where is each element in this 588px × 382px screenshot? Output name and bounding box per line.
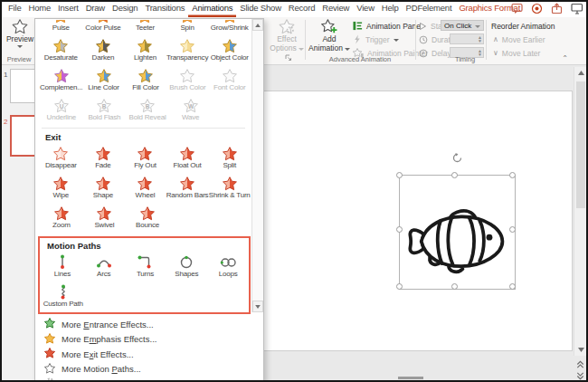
menu-item-more-exit-effects[interactable]: More Exit Effects... (35, 347, 263, 362)
slide-number: 2 (4, 118, 7, 126)
effect-label: Wave (182, 113, 199, 121)
gallery-row: LinesArcsTurnsShapesLoops (42, 252, 249, 282)
effect-complemen-[interactable]: Complemen... (40, 65, 82, 95)
chevron-down-icon (394, 39, 399, 42)
menu-item-more-entrance-effects[interactable]: More Entrance Effects... (35, 317, 263, 332)
effect-swivel[interactable]: Swivel (83, 203, 127, 233)
effect-brush-color: Brush Color (166, 65, 208, 95)
effect-shapes[interactable]: Shapes (166, 252, 207, 282)
horizontal-scrollbar-thumb[interactable] (398, 377, 423, 379)
animation-pane-button[interactable]: Animation Pane (353, 20, 421, 32)
effect-options-button[interactable]: Effect Options (268, 19, 306, 53)
tab-record[interactable]: Record (285, 0, 318, 17)
record-icon[interactable] (531, 2, 543, 18)
dialog-launcher-icon[interactable] (285, 54, 292, 62)
group-separator (305, 20, 306, 60)
effect-lines[interactable]: Lines (42, 252, 83, 282)
effect-label: Arcs (97, 270, 110, 278)
tab-review[interactable]: Review (318, 0, 353, 17)
effect-fill-color[interactable]: Fill Color (125, 65, 166, 95)
effect-arcs[interactable]: Arcs (83, 252, 125, 282)
gallery-row: ZoomSwivelBounce (40, 203, 251, 233)
vertical-scrollbar[interactable] (574, 67, 586, 356)
effect-zoom[interactable]: Zoom (40, 203, 83, 233)
menu-item-more-motion-paths[interactable]: More Motion Paths... (35, 362, 263, 377)
tab-help[interactable]: Help (378, 0, 403, 17)
star-icon (180, 145, 194, 161)
effect-transparency[interactable]: Transparency (166, 35, 209, 65)
effect-float-out[interactable]: Float Out (166, 143, 209, 173)
effect-grow-shrink[interactable]: Grow/Shrink (208, 20, 251, 23)
resize-handle[interactable] (509, 283, 516, 290)
tab-home[interactable]: Home (25, 0, 55, 17)
effect-color-pulse[interactable]: Color Pulse (82, 20, 125, 23)
tab-view[interactable]: View (353, 0, 378, 17)
effect-shrink-turn[interactable]: Shrink & Turn (208, 173, 251, 203)
tab-draw[interactable]: Draw (82, 0, 109, 17)
preview-button[interactable]: Preview (5, 19, 34, 48)
slide-thumbnail-2[interactable] (10, 115, 36, 157)
effect-custom-path[interactable]: Custom Path (42, 282, 85, 311)
clownfish-image[interactable] (406, 203, 509, 279)
resize-handle[interactable] (396, 226, 403, 233)
effect-fade[interactable]: Fade (82, 143, 125, 173)
effect-teeter[interactable]: Teeter (124, 20, 166, 23)
gallery-scrollbar[interactable] (251, 19, 263, 312)
start-select[interactable]: On Click (441, 20, 484, 31)
tab-slide-show[interactable]: Slide Show (236, 0, 285, 17)
effect-lighten[interactable]: Lighten (124, 35, 166, 65)
next-slide-button[interactable] (574, 370, 586, 381)
move-later-button[interactable]: ∨ Move Later (493, 47, 540, 59)
effect-shape[interactable]: Shape (82, 173, 125, 203)
effect-wipe[interactable]: Wipe (40, 173, 82, 203)
resize-handle[interactable] (396, 172, 403, 178)
scroll-up-icon[interactable] (574, 67, 587, 79)
effect-spin[interactable]: Spin (166, 20, 209, 23)
effect-bold-reveal: BBold Reveal (126, 95, 169, 125)
resize-handle[interactable] (509, 172, 516, 178)
star-yellow-icon (44, 333, 55, 346)
effect-darken[interactable]: Darken (82, 35, 125, 65)
effect-loops[interactable]: Loops (207, 252, 249, 282)
tab-design[interactable]: Design (109, 0, 141, 17)
tab-file[interactable]: File (5, 0, 25, 17)
trigger-button[interactable]: Trigger (353, 33, 399, 45)
slide-thumbnail-1[interactable] (10, 69, 36, 103)
rotate-handle[interactable] (451, 152, 463, 164)
effect-bounce[interactable]: Bounce (126, 203, 169, 233)
effect-wheel[interactable]: Wheel (124, 173, 166, 203)
effect-fly-out[interactable]: Fly Out (124, 143, 166, 173)
add-animation-button[interactable]: Add Animation (308, 19, 350, 53)
share-icon[interactable] (551, 2, 563, 18)
effect-object-color[interactable]: Object Color (208, 35, 251, 65)
resize-handle[interactable] (396, 283, 403, 290)
effect-random-bars[interactable]: Random Bars (166, 173, 209, 203)
effect-disappear[interactable]: Disappear (40, 143, 82, 173)
resize-handle[interactable] (451, 172, 458, 178)
menu-item-more-emphasis-effects[interactable]: More Emphasis Effects... (35, 332, 263, 348)
effect-line-color[interactable]: Line Color (82, 65, 124, 95)
effect-split[interactable]: Split (208, 143, 251, 173)
gallery-scroll-down-icon[interactable] (252, 301, 263, 312)
duration-spinner[interactable]: ▲▼ (450, 33, 484, 44)
resize-handle[interactable] (451, 283, 458, 290)
presenter-icon[interactable] (571, 2, 583, 18)
scroll-down-icon[interactable] (574, 344, 587, 356)
scrollbar-thumb[interactable] (576, 81, 585, 208)
previous-slide-button[interactable] (574, 358, 586, 369)
star-icon: W (184, 97, 198, 113)
gallery-scroll-up-icon[interactable] (252, 19, 263, 31)
effect-desaturate[interactable]: Desaturate (40, 35, 82, 65)
effect-pulse[interactable]: Pulse (40, 20, 82, 23)
tab-animations[interactable]: Animations (188, 0, 236, 17)
collapse-ribbon-icon[interactable]: ⌃ (562, 54, 568, 62)
move-earlier-button[interactable]: ∧ Move Earlier (493, 33, 545, 45)
effect-turns[interactable]: Turns (125, 252, 166, 282)
comment-icon[interactable] (511, 2, 523, 18)
tab-insert[interactable]: Insert (54, 0, 82, 17)
tab-transitions[interactable]: Transitions (141, 0, 188, 17)
effect-label: Pulse (52, 24, 70, 32)
resize-handle[interactable] (509, 226, 516, 233)
tab-pdfelement[interactable]: PDFelement (403, 0, 456, 17)
effect-label: Disappear (45, 161, 77, 169)
